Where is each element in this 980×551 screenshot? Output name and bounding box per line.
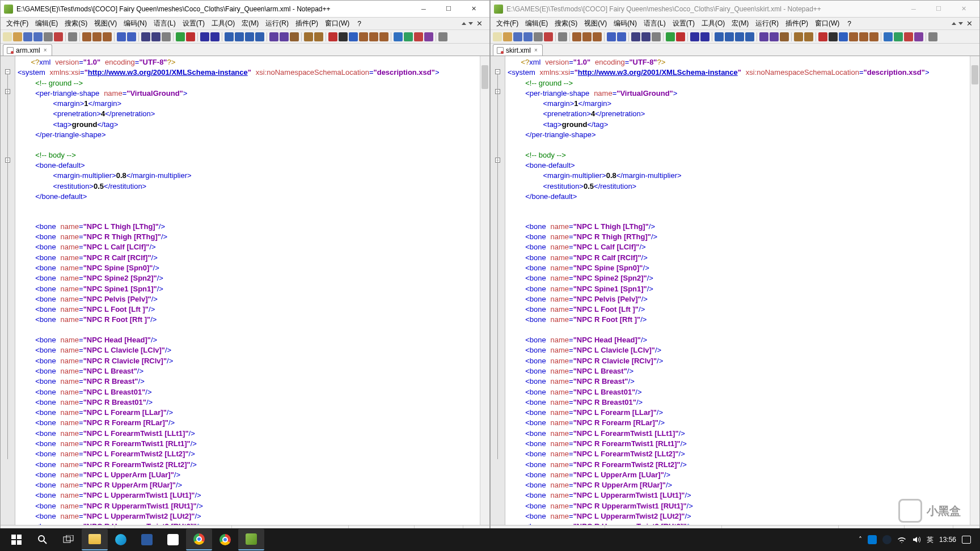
toolbar-button[interactable] [127, 32, 136, 41]
toolbar-button[interactable] [700, 32, 709, 41]
system-tray[interactable]: ˄ 英 13:56 [859, 535, 977, 545]
toolbar-button[interactable] [210, 32, 219, 41]
toolbar-button[interactable] [759, 32, 768, 41]
menu-编辑e[interactable]: 编辑(E) [522, 18, 551, 29]
menu-搜索s[interactable]: 搜索(S) [61, 18, 91, 29]
code-content[interactable]: <?xml version="1.0" encoding="UTF-8"?> <… [505, 56, 970, 525]
taskbar-chrome[interactable] [186, 529, 212, 550]
toolbar-button[interactable] [666, 32, 675, 41]
toolbar-button[interactable] [23, 32, 32, 41]
toolbar-button[interactable] [534, 32, 543, 41]
tab-close-icon[interactable]: × [533, 47, 539, 53]
toolbar-button[interactable] [33, 32, 43, 41]
menu-文件f[interactable]: 文件(F) [3, 18, 32, 29]
toolbar-button[interactable] [513, 32, 522, 41]
menu-插件p[interactable]: 插件(P) [782, 18, 812, 29]
scrollbar-thumb[interactable] [481, 65, 488, 89]
menu-设置t[interactable]: 设置(T) [669, 18, 698, 29]
toolbar-button[interactable] [641, 32, 650, 41]
toolbar-button[interactable] [3, 32, 12, 41]
menu-窗口w[interactable]: 窗口(W) [812, 18, 843, 29]
toolbar-button[interactable] [54, 32, 63, 41]
toolbar-button[interactable] [328, 32, 337, 41]
close-button[interactable]: ✕ [951, 1, 976, 17]
toolbar-button[interactable] [652, 32, 661, 41]
menu-?[interactable]: ? [844, 19, 855, 29]
menu-语言l[interactable]: 语言(L) [640, 18, 669, 29]
menu-编码n[interactable]: 编码(N) [120, 18, 150, 29]
code-content[interactable]: <?xml version="1.0" encoding="UTF-8"?> <… [15, 56, 480, 525]
toolbar-button[interactable] [735, 32, 744, 41]
toolbar-button[interactable] [884, 32, 893, 41]
tab-arm-xml[interactable]: arm.xml × [3, 44, 52, 56]
tray-network-icon[interactable] [897, 535, 906, 544]
taskbar-chrome2[interactable] [212, 529, 238, 550]
toolbar-button[interactable] [582, 32, 592, 41]
toolbar-button[interactable] [369, 32, 378, 41]
scrollbar-thumb[interactable] [971, 65, 978, 84]
toolbar-button[interactable] [92, 32, 102, 41]
toolbar-button[interactable] [859, 32, 868, 41]
toolbar-button[interactable] [745, 32, 754, 41]
toolbar-button[interactable] [869, 32, 878, 41]
menu-运行r[interactable]: 运行(R) [752, 18, 782, 29]
taskbar[interactable]: ˄ 英 13:56 [0, 528, 980, 551]
titlebar[interactable]: E:\GAMES(E)\Test\mods\[COCO] Fairy Queen… [1, 1, 489, 18]
toolbar-button[interactable] [117, 32, 126, 41]
toolbar-button[interactable] [794, 32, 803, 41]
fold-gutter[interactable]: −−− [1, 56, 15, 525]
toolbar-button[interactable] [304, 32, 313, 41]
toolbar-button[interactable] [404, 32, 413, 41]
toolbar-button[interactable] [186, 32, 195, 41]
toolbar-button[interactable] [839, 32, 848, 41]
toolbar-button[interactable] [424, 32, 433, 41]
editor-area[interactable]: −−− <?xml version="1.0" encoding="UTF-8"… [1, 56, 489, 525]
start-button[interactable] [3, 529, 29, 550]
toolbar-button[interactable] [849, 32, 858, 41]
menu-编辑e[interactable]: 编辑(E) [32, 18, 61, 29]
toolbar-button[interactable] [176, 32, 185, 41]
tab-close-icon[interactable]: × [43, 47, 48, 53]
toolbar-button[interactable] [339, 32, 348, 41]
toolbar-button[interactable] [359, 32, 368, 41]
toolbar-button[interactable] [631, 32, 640, 41]
toolbar-button[interactable] [314, 32, 323, 41]
fold-all-icon[interactable] [462, 22, 466, 25]
menu-视图v[interactable]: 视图(V) [581, 18, 610, 29]
toolbar-button[interactable] [493, 32, 502, 41]
menu-运行r[interactable]: 运行(R) [262, 18, 292, 29]
toolbar-button[interactable] [904, 32, 913, 41]
toolbar-button[interactable] [829, 32, 838, 41]
vertical-scrollbar[interactable] [970, 56, 979, 525]
tray-volume-icon[interactable] [912, 535, 921, 544]
toolbar-button[interactable] [780, 32, 789, 41]
menu-插件p[interactable]: 插件(P) [292, 18, 322, 29]
toolbar-button[interactable] [200, 32, 209, 41]
toolbar-button[interactable] [269, 32, 278, 41]
maximize-button[interactable]: ☐ [926, 1, 951, 17]
toolbar-button[interactable] [245, 32, 254, 41]
taskbar-explorer[interactable] [82, 529, 108, 550]
minimize-button[interactable]: ─ [901, 1, 926, 17]
toolbar-button[interactable] [394, 32, 403, 41]
unfold-all-icon[interactable] [468, 22, 473, 25]
menubar-close-icon[interactable]: ✕ [475, 19, 484, 28]
taskbar-app[interactable] [134, 529, 160, 550]
menu-工具o[interactable]: 工具(O) [208, 18, 238, 29]
vertical-scrollbar[interactable] [480, 56, 489, 525]
toolbar-button[interactable] [82, 32, 91, 41]
tray-ime[interactable]: 英 [927, 535, 933, 545]
unfold-all-icon[interactable] [958, 22, 963, 25]
toolbar-button[interactable] [141, 32, 150, 41]
toolbar-button[interactable] [68, 32, 77, 41]
toolbar-button[interactable] [151, 32, 160, 41]
toolbar-button[interactable] [894, 32, 903, 41]
titlebar[interactable]: E:\GAMES(E)\Test\mods\[COCO] Fairy Queen… [491, 1, 979, 18]
toolbar-button[interactable] [690, 32, 699, 41]
taskbar-store[interactable] [160, 529, 186, 550]
tab-skirt-xml[interactable]: skirt.xml × [493, 44, 543, 56]
menubar-close-icon[interactable]: ✕ [965, 19, 974, 28]
toolbar-button[interactable] [607, 32, 616, 41]
menu-编码n[interactable]: 编码(N) [610, 18, 640, 29]
toolbar-button[interactable] [928, 32, 937, 41]
